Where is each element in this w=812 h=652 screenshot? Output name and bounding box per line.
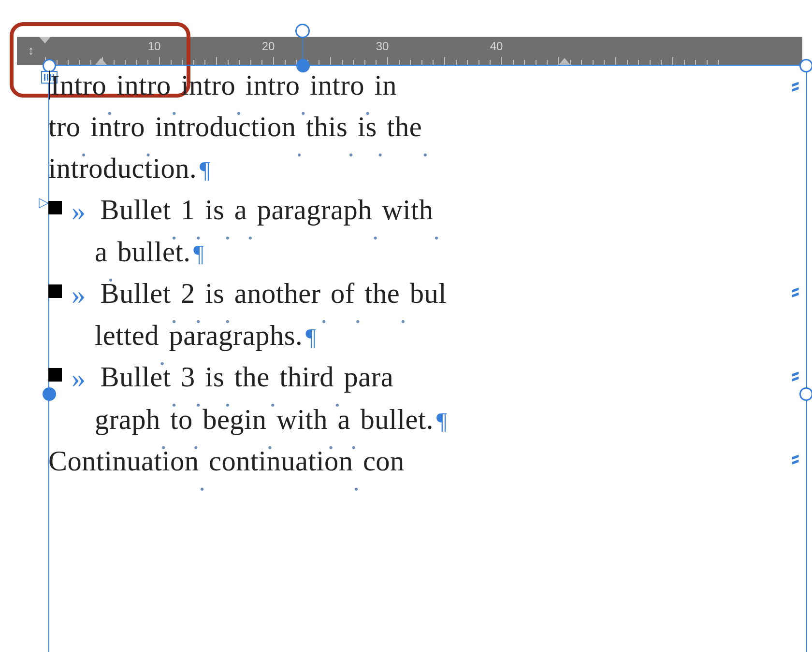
ruler-tick	[136, 60, 137, 65]
ruler-tick	[204, 60, 205, 65]
ruler-tick	[695, 60, 696, 65]
ruler-tick	[228, 60, 229, 65]
ruler-tick	[342, 60, 343, 65]
ruler-tick	[456, 60, 457, 65]
ruler-number: 10	[148, 40, 161, 53]
story-text[interactable]: Introintrointrointrointroin trointrointr…	[48, 65, 805, 482]
ruler-tick	[182, 60, 183, 65]
ruler-tick	[250, 60, 251, 65]
ruler-tick	[364, 60, 365, 65]
bullet-glyph	[48, 284, 62, 298]
hyphen-mark-icon: ⸗	[791, 361, 800, 389]
ruler-tick	[353, 60, 354, 65]
ruler-tick	[171, 60, 172, 65]
tab-cycler-icon: ↕	[28, 43, 34, 58]
horizontal-ruler[interactable]: ↕ 10203040	[17, 37, 802, 65]
ruler-tick	[216, 57, 217, 65]
pilcrow-icon: ¶	[436, 408, 447, 434]
bullet-glyph	[48, 368, 62, 382]
ruler-tick	[490, 60, 491, 65]
ruler-tick	[285, 60, 286, 65]
ruler-tick	[672, 57, 673, 65]
ruler-tick	[707, 60, 708, 65]
ruler-tick	[638, 60, 639, 65]
ruler-tick	[193, 60, 194, 65]
ruler-tick	[524, 60, 525, 65]
ruler-tick	[330, 57, 331, 65]
ruler-tick	[261, 60, 262, 65]
right-indent-marker[interactable]	[559, 58, 570, 65]
ruler-tick	[593, 60, 594, 65]
ruler-tick	[547, 60, 548, 65]
ruler-tick	[421, 60, 422, 65]
ruler-tick	[273, 57, 274, 65]
ruler-tick	[79, 60, 80, 65]
hyphen-mark-icon: ⸗	[791, 71, 800, 99]
ruler-tick	[536, 60, 536, 65]
rotation-handle[interactable]	[295, 24, 310, 38]
ruler-tick	[718, 60, 719, 65]
ruler-tick	[159, 57, 160, 65]
ruler-number: 20	[262, 40, 275, 53]
tab-mark-icon: »	[72, 274, 86, 315]
ruler-tick	[410, 60, 411, 65]
ruler-tick	[444, 57, 445, 65]
ruler-tick	[467, 60, 468, 65]
left-indent-marker[interactable]	[95, 58, 107, 65]
ruler-tick	[319, 60, 319, 65]
ruler-number: 30	[376, 40, 389, 53]
hyphen-mark-icon: ⸗	[791, 444, 800, 472]
ruler-tick	[604, 60, 605, 65]
ruler-tick	[661, 60, 662, 65]
tab-mark-icon: »	[72, 357, 86, 398]
ruler-tick	[627, 60, 628, 65]
ruler-tick	[581, 60, 582, 65]
ruler-tick	[90, 60, 91, 65]
ruler-tick	[147, 60, 148, 65]
ruler-tick	[513, 60, 514, 65]
first-line-indent-marker[interactable]	[39, 37, 51, 43]
ruler-tick	[387, 57, 388, 65]
anchor-marker-icon: ▷	[39, 194, 49, 210]
tab-mark-icon: »	[72, 190, 86, 231]
ruler-tick	[125, 60, 126, 65]
ruler-tick	[376, 60, 377, 65]
ruler-tick	[68, 60, 69, 65]
ruler-tick	[399, 60, 400, 65]
hyphen-mark-icon: ⸗	[791, 277, 800, 305]
ruler-tick	[239, 60, 240, 65]
pilcrow-icon: ¶	[305, 324, 316, 350]
ruler-number: 40	[490, 40, 503, 53]
ruler-tick	[615, 57, 616, 65]
ruler-tick	[478, 60, 479, 65]
ruler-tick	[433, 60, 434, 65]
ruler-strip[interactable]: 10203040	[45, 37, 802, 65]
ruler-tick	[114, 60, 115, 65]
pilcrow-icon: ¶	[200, 157, 210, 183]
ruler-tick	[684, 60, 685, 65]
bullet-glyph	[48, 201, 62, 214]
ruler-tick	[501, 57, 502, 65]
ruler-tick	[650, 60, 651, 65]
ruler-tick	[57, 60, 58, 65]
